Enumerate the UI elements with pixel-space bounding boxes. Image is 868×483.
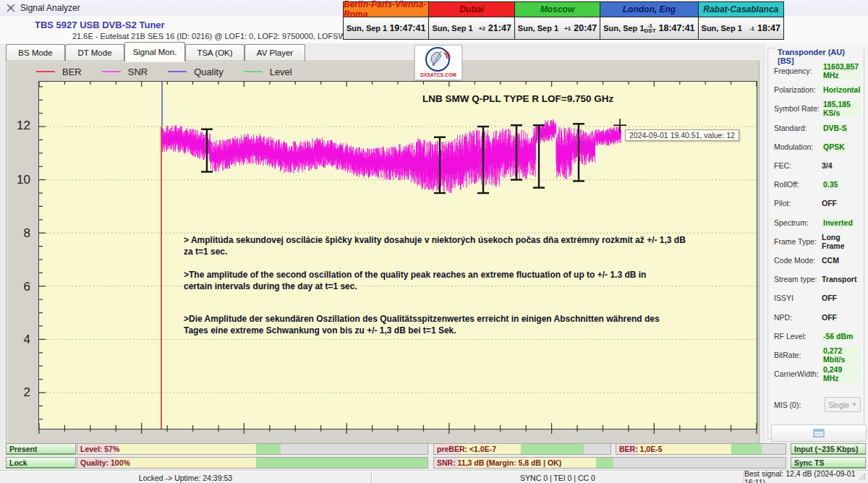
transponder-field-row: CarrierWidth:0,249 MHz — [774, 364, 861, 383]
clock-date: Sun, Sep 1 — [603, 24, 644, 33]
ber-legend-swatch — [36, 71, 55, 72]
clock-date: Sun, Sep 1 — [432, 24, 472, 33]
clock-dubai: Dubai Sun, Sep 1+221:47 — [429, 2, 514, 39]
transponder-field-row: RF Level:-56 dBm — [774, 327, 861, 346]
field-value: Inverted — [822, 218, 854, 227]
clock-time: 21:47 — [488, 23, 511, 33]
mis-row: MIS (0): Single▼ — [774, 397, 861, 412]
field-value: 0,249 MHz — [822, 365, 861, 382]
transponder-field-row: ISSYIOFF — [774, 288, 861, 307]
chart-legend: BER SNR Quality Level — [36, 65, 305, 78]
world-clocks: Berlin-Paris-Vienna-Roma Sun, Sep 119:47… — [343, 1, 784, 40]
clock-time: 19:47:41 — [389, 23, 425, 33]
transponder-field-row: Stream type:Transport — [774, 270, 861, 288]
transponder-sidebar: Transponder (AU) [BS] Frequency:11603,85… — [764, 43, 868, 443]
clock-date: Sun, Sep 1 — [346, 24, 387, 33]
clock-date: Sun, Sep 1 — [702, 24, 742, 33]
y-tick-8: 8 — [9, 226, 30, 241]
plot-area[interactable]: LNB SMW Q-PLL TYPE R LOF=9.750 GHz > Amp… — [38, 81, 757, 429]
field-label: Spectrum: — [774, 218, 822, 227]
transponder-field-row: RollOff:0.35 — [774, 175, 861, 194]
mis-label: MIS (0): — [774, 401, 822, 409]
tab-dt-mode[interactable]: DT Mode — [65, 44, 124, 61]
transponder-field-row: Polarization:Horizontal — [774, 80, 861, 99]
field-value: 185,185 KS/s — [822, 100, 861, 117]
window-title: Signal Analyzer — [20, 3, 80, 13]
field-value: Transport — [822, 275, 856, 283]
mis-dropdown[interactable]: Single▼ — [825, 397, 861, 412]
field-label: Stream type: — [774, 275, 822, 283]
transponder-field-row: NPD:OFF — [774, 307, 861, 326]
clock-city: Berlin-Paris-Vienna-Roma — [344, 2, 428, 17]
preber-label: preBER: <1.0E-7 — [437, 445, 496, 453]
transponder-field-row: Modulation:QPSK — [774, 137, 861, 156]
field-value: Long Frame — [822, 233, 861, 250]
field-label: FEC: — [774, 161, 822, 170]
clock-rabat: Rabat-Casablanca Sun, Sep 1-118:47 — [699, 2, 783, 39]
preber-bar: preBER: <1.0E-7 — [433, 443, 611, 455]
field-value: DVB-S — [822, 124, 848, 132]
tab-av-player[interactable]: AV Player — [244, 44, 305, 61]
field-value: 3/4 — [822, 161, 833, 170]
snr-label: SNR: 11,3 dB (Margin: 5,8 dB | OK) — [437, 458, 561, 467]
clock-moscow: Moscow Sun, Sep 1+120:47 — [515, 2, 600, 39]
dxsatcs-logo: DXSATCS.COM — [414, 45, 462, 80]
present-indicator: Present — [6, 443, 76, 455]
field-label: RollOff: — [774, 180, 822, 189]
field-label: CarrierWidth: — [774, 369, 822, 378]
field-label: Frame Type: — [774, 237, 822, 246]
tuner-title: TBS 5927 USB DVB-S2 Tuner — [35, 20, 165, 30]
panel-toggle-button[interactable] — [771, 424, 867, 442]
clock-time: 18:47:41 — [659, 23, 695, 33]
transponder-field-row: Code Mode:CCM — [774, 251, 861, 270]
snr-legend-swatch — [102, 71, 121, 72]
transponder-field-row: Frequency:11603,857 MHz — [774, 61, 861, 80]
clock-time: 18:47 — [757, 23, 780, 33]
clock-utc-offset: -1DST — [644, 23, 656, 33]
clock-london: London, Eng Sun, Sep 1-1DST18:47:41 — [600, 2, 698, 39]
level-legend-label: Level — [270, 67, 292, 77]
quality-label: Quality: 100% — [80, 458, 130, 467]
transponder-field-row: Standard:DVB-S — [774, 119, 861, 137]
chevron-down-icon: ▼ — [851, 401, 857, 408]
transponder-fields: Frequency:11603,857 MHzPolarization:Hori… — [774, 61, 861, 383]
transponder-field-row: Frame Type:Long Frame — [774, 232, 861, 251]
y-tick-6: 6 — [9, 280, 30, 294]
ber-label: BER: 1,0E-5 — [619, 445, 663, 453]
level-legend-swatch — [244, 71, 263, 72]
field-value: OFF — [822, 199, 837, 208]
satellite-dish-icon — [424, 46, 453, 73]
transponder-field-row: Symbol Rate:185,185 KS/s — [774, 99, 861, 118]
clock-city: Dubai — [429, 2, 514, 17]
best-signal-status: Best signal: 12,4 dB (2024-09-01 16:11) — [744, 471, 868, 483]
clock-time: 20:47 — [574, 23, 597, 33]
level-label: Level: 57% — [80, 445, 119, 453]
clock-date: Sun, Sep 1 — [518, 24, 558, 33]
annotation-german: >Die Amplitude der sekundären Oszillatio… — [184, 314, 676, 336]
field-label: Pilot: — [774, 199, 822, 208]
tab-signal-mon[interactable]: Signal Mon. — [124, 42, 185, 61]
snr-legend-label: SNR — [128, 67, 148, 77]
field-value: CCM — [822, 256, 839, 265]
y-tick-10: 10 — [9, 173, 30, 187]
app-icon — [6, 3, 16, 13]
field-value: 11603,857 MHz — [822, 62, 861, 80]
quality-legend-swatch — [168, 71, 187, 72]
field-label: RF Level: — [774, 332, 822, 341]
lock-indicator: Lock — [6, 457, 76, 469]
field-label: BitRate: — [774, 351, 822, 359]
tab-bs-mode[interactable]: BS Mode — [6, 44, 65, 61]
y-tick-12: 12 — [9, 119, 30, 133]
field-label: Standard: — [774, 124, 822, 132]
field-value: -56 dBm — [822, 332, 854, 341]
tab-tsa[interactable]: TSA (OK) — [185, 44, 244, 61]
y-tick-4: 4 — [9, 333, 30, 347]
field-label: Polarization: — [774, 85, 822, 94]
status-bar: Locked -> Uptime: 24:39:53 SYNC 0 | TEI … — [0, 471, 868, 483]
clock-utc-offset: +2 — [479, 26, 485, 31]
clock-berlin: Berlin-Paris-Vienna-Roma Sun, Sep 119:47… — [344, 2, 429, 39]
field-value: 0.35 — [822, 180, 839, 189]
chart-title: LNB SMW Q-PLL TYPE R LOF=9.750 GHz — [422, 93, 654, 104]
transponder-field-row: BitRate:0,272 Mbit/s — [774, 346, 861, 364]
sync-tei-cc-status: SYNC 0 | TEI 0 | CC 0 — [372, 471, 744, 483]
